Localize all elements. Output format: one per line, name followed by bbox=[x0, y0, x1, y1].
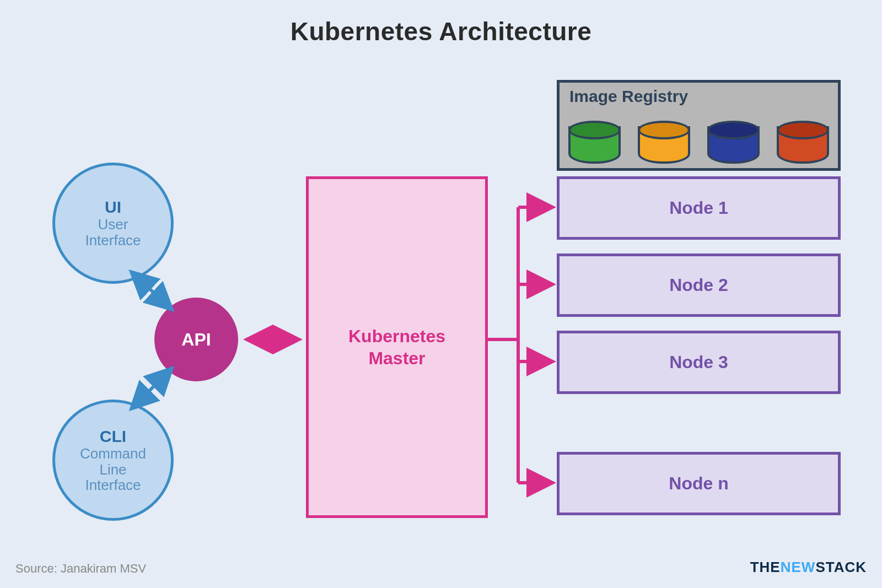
node-label-1: Node 1 bbox=[669, 198, 728, 218]
master-label: Kubernetes Master bbox=[348, 325, 445, 369]
registry-cylinder-1 bbox=[568, 121, 621, 164]
registry-cylinder-3 bbox=[707, 121, 760, 164]
node-label-3: Node 3 bbox=[669, 352, 728, 373]
node-box-2: Node 2 bbox=[557, 253, 841, 317]
cli-client-circle: CLI Command Line Interface bbox=[52, 400, 174, 521]
registry-label: Image Registry bbox=[569, 87, 688, 106]
cli-sub2: Line bbox=[99, 462, 126, 478]
node-box-3: Node 3 bbox=[557, 331, 841, 394]
ui-sub2: Interface bbox=[85, 233, 141, 249]
cli-head: CLI bbox=[100, 427, 126, 446]
image-registry-box: Image Registry bbox=[557, 80, 841, 171]
cli-sub1: Command bbox=[80, 446, 146, 462]
registry-cylinder-2 bbox=[638, 121, 690, 164]
ui-sub1: User bbox=[98, 217, 128, 233]
brand-p3: STACK bbox=[815, 559, 867, 575]
registry-cylinders bbox=[566, 115, 831, 164]
brand-p2: NEW bbox=[781, 559, 816, 575]
diagram-title: Kubernetes Architecture bbox=[0, 17, 882, 46]
api-circle: API bbox=[154, 298, 238, 381]
brand-logo: THENEWSTACK bbox=[750, 559, 867, 576]
ui-client-circle: UI User Interface bbox=[52, 163, 174, 284]
brand-p1: THE bbox=[750, 559, 781, 575]
master-line2: Master bbox=[368, 348, 425, 368]
arrow-cli-api bbox=[132, 369, 171, 408]
node-label-2: Node 2 bbox=[669, 275, 728, 295]
kubernetes-master-box: Kubernetes Master bbox=[306, 176, 488, 518]
cli-sub3: Interface bbox=[85, 477, 141, 493]
registry-cylinder-4 bbox=[777, 121, 829, 164]
api-label: API bbox=[181, 330, 211, 350]
source-credit: Source: Janakiram MSV bbox=[15, 562, 146, 576]
master-line1: Kubernetes bbox=[348, 326, 445, 346]
ui-head: UI bbox=[105, 198, 121, 217]
node-box-4: Node n bbox=[557, 452, 841, 515]
node-box-1: Node 1 bbox=[557, 176, 841, 240]
node-label-4: Node n bbox=[669, 473, 728, 494]
